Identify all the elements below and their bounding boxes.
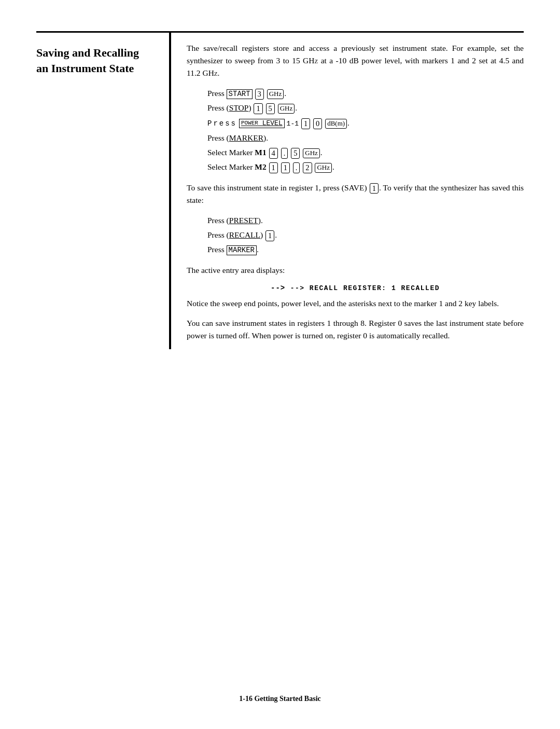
marker-key-bracket: MARKER (227, 245, 257, 255)
recall-key: RECALL (229, 230, 260, 239)
preset-key: PRESET (229, 216, 258, 225)
first-instructions: Press START 3 GHz. Press (STOP) 1 5 GHz.… (207, 87, 524, 174)
key-ghz-4: GHz (315, 163, 332, 173)
instruction-line-4: Press (MARKER). (207, 131, 524, 145)
instruction-line-3: Press POWER LEVEL 1-1 1 0 dB(m). (207, 116, 524, 130)
verify-line-2: Press (RECALL) 1. (207, 228, 524, 242)
marker-key-1: MARKER (229, 133, 263, 142)
footer: 1-16 Getting Started Basic (36, 695, 524, 703)
key-1-save: 1 (370, 183, 379, 194)
key-1a: 1 (254, 103, 262, 114)
verify-instructions: Press (PRESET). Press (RECALL) 1. Press … (207, 214, 524, 257)
instruction-line-1: Press START 3 GHz. (207, 87, 524, 100)
footer-text: 1-16 Getting Started Basic (239, 695, 320, 703)
key-dot-1: . (281, 148, 288, 159)
key-4: 4 (269, 148, 278, 159)
intro-paragraph: The save/recall registers store and acce… (187, 42, 524, 79)
power-level-key: POWER LEVEL (239, 119, 285, 128)
display-text: --> RECALL REGISTER: 1 RECALLED (290, 284, 440, 292)
content-area: Saving and Recalling an Instrument State… (36, 33, 524, 349)
key-ghz-1: GHz (267, 89, 284, 99)
arrow-indicator: --> (271, 284, 285, 292)
start-key: START (227, 89, 253, 99)
marker-m2-label: M2 (255, 162, 266, 171)
key-ghz-2: GHz (278, 104, 295, 114)
key-1d: 1 (281, 162, 290, 173)
main-content: The save/recall registers store and acce… (187, 33, 524, 349)
marker-m1-label: M1 (255, 148, 266, 157)
key-ghz-3: GHz (303, 148, 320, 158)
instruction-line-5: Select Marker M1 4 . 5 GHz. (207, 146, 524, 159)
page: Saving and Recalling an Instrument State… (0, 0, 560, 729)
sidebar: Saving and Recalling an Instrument State (36, 33, 171, 349)
instruction-line-6: Select Marker M2 1 1 . 2 GHz. (207, 160, 524, 174)
key-1b: 1 (301, 118, 310, 129)
active-entry-paragraph: The active entry area displays: (187, 264, 524, 277)
key-0: 0 (313, 118, 322, 129)
key-1c: 1 (269, 162, 278, 173)
key-5b: 5 (291, 148, 300, 159)
key-dbm: dB(m) (325, 119, 347, 129)
instruction-line-2: Press (STOP) 1 5 GHz. (207, 101, 524, 115)
display-output: --> --> RECALL REGISTER: 1 RECALLED (187, 284, 524, 292)
key-5: 5 (266, 103, 275, 114)
save-paragraph: To save this instrument state in registe… (187, 182, 524, 207)
press-spaced: Press (207, 119, 237, 128)
key-1-recall: 1 (265, 230, 274, 241)
register-paragraph: You can save instrument states in regist… (187, 317, 524, 342)
notice-paragraph: Notice the sweep end points, power level… (187, 297, 524, 310)
stop-key: STOP (229, 103, 249, 112)
verify-line-1: Press (PRESET). (207, 214, 524, 227)
key-3: 3 (255, 89, 264, 100)
verify-line-3: Press MARKER. (207, 243, 524, 256)
section-title: Saving and Recalling an Instrument State (36, 45, 153, 76)
key-2: 2 (303, 162, 312, 173)
key-dot-2: . (293, 162, 300, 173)
